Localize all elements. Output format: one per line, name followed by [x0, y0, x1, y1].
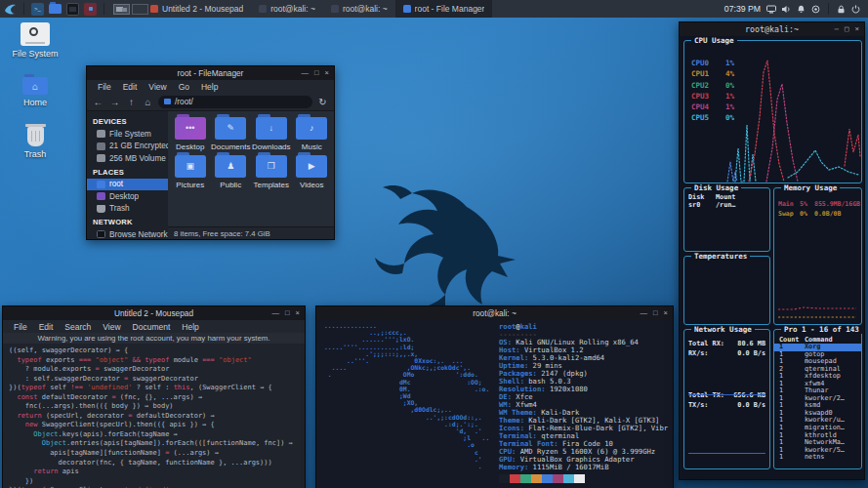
minimize-button[interactable]: —: [272, 309, 280, 317]
terminal-launcher-icon[interactable]: >_: [31, 3, 44, 16]
folder-icon: ▣: [175, 155, 206, 178]
code-token: module: [169, 356, 202, 364]
close-button[interactable]: ×: [854, 25, 859, 33]
palette-swatch: [499, 474, 510, 483]
folder-downloads[interactable]: ↓Downloads: [251, 117, 292, 151]
fm-menu-view[interactable]: View: [144, 82, 171, 92]
terminal-titlebar[interactable]: root@kali: ~ — □ ×: [316, 306, 673, 320]
window-title: Untitled 2 - Mousepad: [3, 308, 305, 318]
folder-music[interactable]: ♪Music: [292, 117, 333, 151]
cpu-core-percent: 1%: [717, 59, 734, 69]
file-manager-launcher-icon[interactable]: [49, 4, 62, 14]
fm-files-pane: •••Desktop✎Documents↓Downloads♪Music▣Pic…: [168, 111, 334, 239]
maximize-button[interactable]: □: [845, 25, 849, 33]
forward-button[interactable]: →: [108, 97, 121, 107]
folder-label: Videos: [292, 181, 333, 189]
cpu-core-percent: 0%: [717, 81, 734, 92]
taskbar-button[interactable]: root - File Manager: [395, 0, 493, 18]
mousepad-menu-edit[interactable]: Edit: [34, 322, 59, 332]
maximize-button[interactable]: □: [653, 309, 658, 317]
workspace-1[interactable]: [113, 4, 130, 15]
folder-icon: ✎: [215, 117, 246, 140]
process-rows: 1Xorg1gotop1mousepad2qterminal1xfdesktop…: [774, 344, 861, 462]
terminal-content[interactable]: .............. ..,;:ccc,. ......''';lxO.…: [316, 320, 673, 488]
code-area[interactable]: ((self, swaggerDecorator) ⇒ { typeof exp…: [3, 344, 305, 488]
code-token: this: [174, 384, 190, 391]
path-bar[interactable]: /root/: [158, 96, 312, 108]
power-icon[interactable]: [851, 5, 860, 14]
status-dot-icon[interactable]: [811, 5, 820, 14]
mousepad-menu-file[interactable]: File: [9, 322, 32, 332]
fm-menu-go[interactable]: Go: [174, 82, 194, 92]
desktop-icon-home[interactable]: ⌂ Home: [8, 77, 62, 107]
home-button[interactable]: ⌂: [142, 97, 154, 107]
folder-desktop[interactable]: •••Desktop: [170, 117, 211, 151]
folder-documents[interactable]: ✎Documents: [211, 117, 252, 151]
up-button[interactable]: ↑: [125, 97, 138, 107]
folder-public[interactable]: ♟Public: [211, 155, 252, 189]
mousepad-titlebar[interactable]: Untitled 2 - Mousepad — □ ×: [3, 306, 305, 320]
mousepad-menu-help[interactable]: Help: [177, 322, 203, 332]
mousepad-menu-search[interactable]: Search: [60, 322, 96, 332]
minimize-button[interactable]: —: [302, 69, 310, 77]
display-launcher-icon[interactable]: [66, 3, 79, 16]
drive-icon: [97, 130, 105, 138]
maximize-button[interactable]: □: [285, 309, 290, 317]
sidebar-item-21-gb-encrypted[interactable]: 21 GB Encrypted: [87, 141, 168, 153]
sidebar-item-desktop[interactable]: Desktop: [87, 190, 168, 203]
disk-rows: sr0/run…: [684, 201, 769, 209]
palette-swatch: [520, 474, 531, 483]
close-button[interactable]: ×: [296, 309, 300, 317]
folder-label: Documents: [211, 142, 252, 151]
back-button[interactable]: ←: [92, 97, 104, 107]
cpu-core-percent: 1%: [717, 102, 734, 113]
mousepad-menu-view[interactable]: View: [98, 322, 125, 332]
home-folder-icon: ⌂: [22, 77, 48, 95]
fm-menu-file[interactable]: File: [93, 82, 116, 92]
maximize-button[interactable]: □: [314, 69, 319, 77]
reload-button[interactable]: ↻: [316, 97, 329, 107]
fm-menu-help[interactable]: Help: [196, 82, 223, 92]
folder-pictures[interactable]: ▣Pictures: [170, 155, 211, 189]
close-button[interactable]: ×: [664, 309, 668, 317]
code-token: "object": [219, 356, 252, 364]
display-tray-icon[interactable]: [766, 5, 776, 14]
rx-rate: RX/s:0.0 B/s: [684, 349, 769, 359]
sidebar-section-header: NETWORK: [87, 215, 168, 228]
memory-graph: [774, 188, 861, 324]
close-button[interactable]: ×: [325, 69, 329, 77]
folder-icon: •••: [175, 117, 206, 140]
monitor-titlebar[interactable]: root@kali:~ — □ ×: [680, 22, 864, 36]
folder-icon: ♪: [296, 117, 327, 140]
code-token: return: [33, 468, 58, 475]
sidebar-item-label: Trash: [109, 204, 130, 213]
sidebar-item-browse-network[interactable]: Browse Network: [87, 228, 168, 239]
sidebar-item-trash[interactable]: Trash: [87, 203, 168, 216]
minimize-button[interactable]: —: [641, 309, 648, 317]
minimize-button[interactable]: —: [834, 25, 839, 33]
editor-launcher-icon[interactable]: [84, 3, 97, 16]
panel-separator: [103, 3, 104, 15]
desktop-icon-label: File System: [8, 49, 62, 59]
folder-templates[interactable]: ❐Templates: [251, 155, 292, 189]
taskbar-button[interactable]: Untitled 2 - Mousepad: [143, 0, 251, 18]
lock-icon[interactable]: [837, 5, 846, 14]
volume-icon[interactable]: [782, 5, 791, 14]
sidebar-item-256-mb-volume[interactable]: 256 MB Volume: [87, 152, 168, 165]
taskbar-button[interactable]: root@kali: ~: [323, 0, 395, 18]
sidebar-item-root[interactable]: root: [87, 179, 168, 191]
clock[interactable]: 07:39 PM: [724, 4, 761, 14]
code-line: ? module.exports = swaggerDecorator: [9, 365, 299, 375]
taskbar-button[interactable]: root@kali: ~: [251, 0, 323, 18]
mousepad-menu-document[interactable]: Document: [128, 322, 176, 332]
kali-menu-icon[interactable]: [3, 2, 17, 16]
folder-videos[interactable]: ▶Videos: [292, 155, 333, 189]
fm-menu-edit[interactable]: Edit: [118, 82, 143, 92]
desktop-icon-file-system[interactable]: File System: [8, 22, 62, 59]
process-row[interactable]: 1netns: [774, 454, 861, 462]
desktop-icon-trash[interactable]: Trash: [8, 127, 62, 159]
fm-titlebar[interactable]: root - FileManager — □ ×: [87, 66, 334, 80]
sidebar-item-label: 21 GB Encrypted: [109, 142, 168, 150]
notification-bell-icon[interactable]: [797, 5, 806, 14]
sidebar-item-file-system[interactable]: File System: [87, 128, 168, 141]
